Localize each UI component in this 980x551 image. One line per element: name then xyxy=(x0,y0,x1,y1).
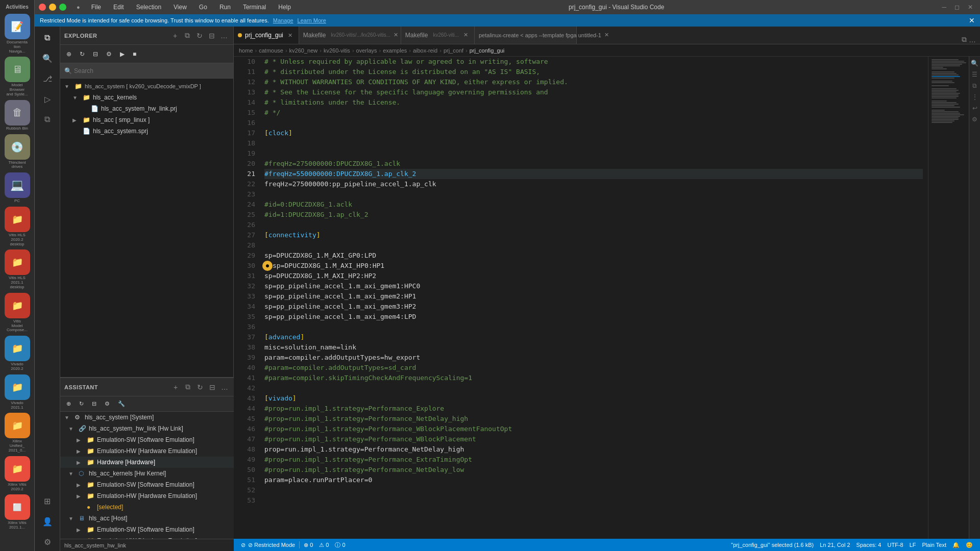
bc-prjconf[interactable]: prj_conf xyxy=(444,47,463,54)
title-close[interactable]: ✕ xyxy=(965,4,976,11)
tab-close-2[interactable]: ✕ xyxy=(462,31,470,39)
app-vivado-2020[interactable]: 📁 Vivado2020.2 xyxy=(2,336,33,371)
menu-file[interactable]: File xyxy=(88,3,104,12)
status-encoding[interactable]: UTF-8 xyxy=(884,539,906,551)
status-language[interactable]: Plain Text xyxy=(919,539,950,551)
right-list[interactable]: ☰ xyxy=(970,70,979,79)
app-pc[interactable]: 💻 PC xyxy=(2,172,33,204)
menu-terminal[interactable]: Terminal xyxy=(240,3,269,12)
bc-kv260[interactable]: kv260_new xyxy=(289,47,318,54)
learn-more-link[interactable]: Learn More xyxy=(298,17,326,23)
toolbar-btn-4[interactable]: ⚙ xyxy=(103,48,115,60)
toolbar-btn-6[interactable]: ■ xyxy=(130,48,139,60)
asst-emu-sw-1[interactable]: ▶ 📁 Emulation-SW [Software Emulation] xyxy=(60,434,234,445)
toolbar-btn-3[interactable]: ⊟ xyxy=(90,48,101,60)
status-errors[interactable]: ⊗ 0 xyxy=(301,539,316,551)
assistant-action-1[interactable]: + xyxy=(170,382,181,392)
bc-examples[interactable]: examples xyxy=(383,47,407,54)
sidebar-explorer[interactable]: ⧉ xyxy=(38,29,57,47)
app-vitis-model[interactable]: 📁 VitisModelCompose... xyxy=(2,293,33,333)
asst-hw-link[interactable]: ▼ 🔗 hls_acc_system_hw_link [Hw Link] xyxy=(60,423,234,434)
status-selected-text[interactable]: "prj_config_gui" selected (1.6 kB) xyxy=(728,539,817,551)
asst-btn-5[interactable]: 🔧 xyxy=(115,398,128,410)
status-restricted[interactable]: ⊘ ⊘ Restricted Mode xyxy=(238,539,298,551)
bc-catmouse[interactable]: catmouse xyxy=(259,47,283,54)
menu-help[interactable]: Help xyxy=(275,3,294,12)
asst-hardware-1[interactable]: ▶ 📁 Hardware [Hardware] xyxy=(60,457,234,468)
menu-run[interactable]: Run xyxy=(216,3,234,12)
tab-prj-config[interactable]: prj_config_gui ✕ xyxy=(234,27,299,44)
asst-host[interactable]: ▼ 🖥 hls_acc [Host] xyxy=(60,513,234,524)
notification-close[interactable]: ✕ xyxy=(969,16,975,24)
editor-more[interactable]: … xyxy=(969,36,976,44)
asst-emu-sw-3[interactable]: ▶ 📁 Emulation-SW [Software Emulation] xyxy=(60,524,234,535)
editor-split[interactable]: ⧉ xyxy=(962,35,967,44)
app-xilinx-vitis-2021[interactable]: ⬜ Xilinx Vitis2021.1... xyxy=(2,494,33,530)
explorer-refresh[interactable]: ↻ xyxy=(194,31,205,41)
tab-close-1[interactable]: ✕ xyxy=(394,31,398,39)
explorer-collapse[interactable]: ⊟ xyxy=(207,31,217,41)
toolbar-btn-2[interactable]: ↻ xyxy=(77,48,88,60)
close-button[interactable] xyxy=(39,4,46,11)
asst-btn-4[interactable]: ⚙ xyxy=(102,398,113,410)
right-search[interactable]: 🔍 xyxy=(970,59,979,68)
asst-kernels[interactable]: ▼ ⬡ hls_acc_kernels [Hw Kernel] xyxy=(60,468,234,479)
app-vivado-2021[interactable]: 📁 Vivado2021.1 xyxy=(2,374,33,410)
explorer-new-file[interactable]: + xyxy=(170,31,180,41)
search-input[interactable] xyxy=(74,67,229,74)
status-line-col[interactable]: Ln 21, Col 2 xyxy=(817,539,853,551)
minimap[interactable] xyxy=(928,57,969,539)
maximize-button[interactable] xyxy=(59,4,66,11)
asst-btn-3[interactable]: ⊟ xyxy=(89,398,100,410)
app-vitis-hls-2021[interactable]: 📁 Vitis HLS2021.1desktop xyxy=(2,249,33,289)
right-settings[interactable]: ⚙ xyxy=(970,115,979,124)
asst-btn-2[interactable]: ↻ xyxy=(76,398,87,410)
app-documentation[interactable]: 📝 DocumentationNaviga... xyxy=(2,14,33,54)
status-spaces[interactable]: Spaces: 4 xyxy=(853,539,885,551)
asst-selected[interactable]: ● [selected] xyxy=(60,502,234,513)
status-feedback[interactable]: 😊 xyxy=(963,539,976,551)
bc-home[interactable]: home xyxy=(239,47,253,54)
menu-selection[interactable]: Selection xyxy=(133,3,164,12)
explorer-new-folder[interactable]: ⧉ xyxy=(182,31,192,41)
sidebar-extensions[interactable]: ⧉ xyxy=(38,110,57,129)
tab-close-0[interactable]: ✕ xyxy=(286,31,295,39)
tab-makefile-1[interactable]: Makefile kv260-vitis/.../kv260-vitis... … xyxy=(299,27,401,44)
sidebar-remote[interactable]: ⊞ xyxy=(38,492,57,510)
code-content[interactable]: # * Unless required by applicable law or… xyxy=(259,57,928,539)
sidebar-debug[interactable]: ▷ xyxy=(38,90,57,108)
assistant-action-3[interactable]: ↻ xyxy=(195,382,205,392)
assistant-action-2[interactable]: ⧉ xyxy=(183,382,193,392)
asst-emu-hw-1[interactable]: ▶ 📁 Emulation-HW [Hardware Emulation] xyxy=(60,445,234,457)
menu-view[interactable]: View xyxy=(170,3,190,12)
tree-hls-kernels[interactable]: ▼ 📁 hls_acc_kernels xyxy=(60,92,233,103)
tab-petalinux[interactable]: petalinux-create < apps --template fpga … xyxy=(475,27,577,44)
assistant-more[interactable]: … xyxy=(219,382,230,392)
right-split[interactable]: ⧉ xyxy=(970,81,979,90)
bc-file[interactable]: prj_config_gui xyxy=(470,47,505,54)
status-info[interactable]: ⓘ 0 xyxy=(332,539,348,551)
toolbar-btn-1[interactable]: ⊕ xyxy=(63,48,75,60)
tab-close-3[interactable]: ✕ xyxy=(604,31,609,39)
asst-emu-hw-3[interactable]: ▶ 📁 Emulation-HW [Hardware Emulation] xyxy=(60,535,234,539)
sidebar-source-control[interactable]: ⎇ xyxy=(38,69,57,88)
tree-hls-acc-linux[interactable]: ▶ 📁 hls_acc [ smp_linux ] xyxy=(60,114,233,126)
title-restore[interactable]: ◻ xyxy=(951,4,963,11)
menu-go[interactable]: Go xyxy=(196,3,210,12)
bc-aibox[interactable]: aibox-reid xyxy=(413,47,437,54)
toolbar-btn-5[interactable]: ▶ xyxy=(117,48,128,60)
asst-root[interactable]: ▼ ⚙ hls_acc_system [System] xyxy=(60,412,234,423)
menu-edit[interactable]: Edit xyxy=(110,3,127,12)
app-model-browser[interactable]: 🖥 ModelBrowserand Syste... xyxy=(2,57,33,96)
app-rubbish-bin[interactable]: 🗑 Rubbish Bin xyxy=(2,100,33,131)
status-bell[interactable]: 🔔 xyxy=(949,539,963,551)
app-xilinx-vitis-2020[interactable]: 📁 Xilinx Vitis2020.2 xyxy=(2,456,33,492)
status-warnings[interactable]: ⚠ 0 xyxy=(316,539,332,551)
asst-btn-1[interactable]: ⊕ xyxy=(63,398,74,410)
title-minimize[interactable]: ─ xyxy=(939,4,949,11)
assistant-collapse[interactable]: ⊟ xyxy=(207,382,217,392)
tree-root[interactable]: ▼ 📁 hls_acc_system [ kv260_vcuDecode_vmi… xyxy=(60,81,233,92)
app-vitis-hls-2020[interactable]: 📁 Vitis HLS2020.2desktop xyxy=(2,207,33,246)
app-thinclient-drives[interactable]: 💿 Thinclientdrives xyxy=(2,134,33,170)
status-line-ending[interactable]: LF xyxy=(906,539,919,551)
